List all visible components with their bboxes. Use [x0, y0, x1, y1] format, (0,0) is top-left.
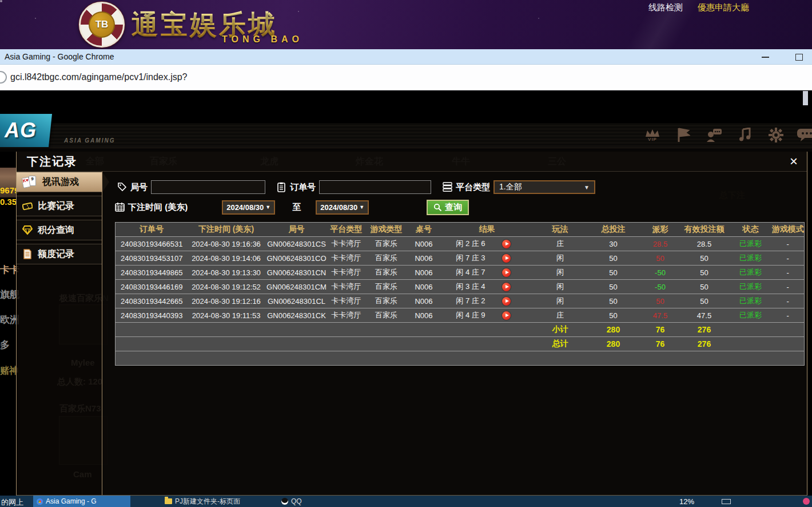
tag-icon	[117, 182, 128, 192]
play-video-button[interactable]	[502, 254, 511, 263]
taskbar-folder-item[interactable]: PJ新建文件夹-标页面	[165, 496, 240, 507]
url-text[interactable]: gci.l842tbgc.com/agingame/pcv1/index.jsp…	[10, 72, 188, 82]
cell: 50	[679, 251, 730, 266]
search-button[interactable]: 查询	[427, 200, 469, 215]
cell	[772, 351, 805, 366]
ag-caption: ASIA GAMING	[64, 137, 115, 144]
cell: -50	[642, 280, 679, 294]
cell	[730, 351, 772, 366]
play-video-button[interactable]	[502, 283, 511, 291]
result-cell: 闲 7 庄 3	[439, 251, 535, 266]
laptop-icon[interactable]	[722, 499, 731, 504]
play-video-button[interactable]	[502, 240, 511, 248]
platform-type-select[interactable]: 1.全部 ▼	[493, 180, 595, 194]
result-cell: 闲 2 庄 6	[439, 237, 535, 251]
cell: N006	[409, 251, 439, 266]
cell	[439, 323, 535, 337]
cell: 2024-08-30 19:12:52	[188, 280, 265, 294]
window-title: Asia Gaming - Google Chrome	[5, 52, 114, 61]
taskbar-qq-item[interactable]: QQ	[281, 496, 302, 507]
modal-sidebar: 9K♥ 视讯游戏 比赛记录 积分查询	[17, 172, 102, 495]
battery-percent: 12%	[679, 497, 694, 506]
round-no-input[interactable]	[151, 180, 265, 194]
cell	[265, 351, 329, 366]
column-header: 玩法	[535, 223, 586, 237]
playing-cards-icon: 9K♥	[22, 175, 37, 189]
maximize-button[interactable]	[795, 54, 803, 61]
cell: GN006248301CS	[265, 237, 329, 251]
settings-gear-icon[interactable]	[767, 126, 785, 144]
flag-icon[interactable]	[675, 126, 692, 144]
cell: GN006248301CO	[265, 251, 329, 266]
sidebar-item-label: 积分查询	[38, 224, 74, 236]
cell: 已派彩	[730, 251, 772, 266]
chrome-urlbar[interactable]: gci.l842tbgc.com/agingame/pcv1/index.jsp…	[0, 65, 812, 90]
to-label: 至	[292, 202, 301, 213]
cell	[642, 351, 679, 366]
minimize-button[interactable]	[762, 57, 769, 58]
cell	[188, 323, 265, 337]
result-text: 闲 3 庄 4	[439, 282, 503, 292]
cell	[439, 351, 535, 366]
cell	[535, 351, 586, 366]
cell: -	[772, 308, 805, 323]
play-video-button[interactable]	[502, 311, 511, 320]
cell: 50	[679, 266, 730, 280]
cell: 闲	[535, 294, 586, 308]
cell: 2024-08-30 19:16:36	[188, 237, 265, 251]
date-to-value: 2024/08/30	[320, 203, 357, 212]
chat-icon[interactable]	[798, 126, 812, 144]
result-cell: 闲 7 庄 2	[439, 294, 535, 308]
cell: 280	[586, 337, 642, 351]
cell: 240830193466531	[116, 237, 188, 251]
cell: 50	[586, 266, 642, 280]
play-video-button[interactable]	[502, 297, 511, 306]
tray-pink-icon[interactable]	[803, 498, 810, 505]
topbar-icons: VIP	[644, 126, 812, 144]
promo-hall-link[interactable]: 優惠申請大廳	[698, 2, 749, 13]
cell: 276	[679, 337, 730, 351]
customer-service-icon[interactable]	[706, 126, 723, 144]
cell	[439, 337, 535, 351]
cell: 卡卡湾厅	[329, 237, 364, 251]
sidebar-item-quota-records[interactable]: 额度记录	[17, 244, 102, 264]
modal-content: 局号 订单号 平台类型 1.全部 ▼	[102, 172, 807, 495]
cell: GN006248301CN	[265, 266, 329, 280]
date-from-picker[interactable]: 2024/08/30 ▼	[222, 200, 275, 215]
date-to-picker[interactable]: 2024/08/30 ▼	[316, 200, 369, 215]
calendar-icon	[115, 202, 125, 212]
vip-icon[interactable]: VIP	[644, 126, 661, 144]
line-check-link[interactable]: 线路检测	[648, 2, 683, 13]
music-icon[interactable]	[737, 126, 754, 144]
sidebar-item-video-games[interactable]: 9K♥ 视讯游戏	[17, 172, 102, 192]
bet-table-body: 2408301934665312024-08-30 19:16:36GN0062…	[116, 237, 805, 366]
sidebar-item-match-records[interactable]: 比赛记录	[17, 196, 102, 216]
clipboard-icon	[277, 182, 287, 192]
cell	[409, 351, 439, 366]
result-text: 闲 4 庄 9	[439, 310, 503, 320]
play-video-button[interactable]	[502, 268, 511, 277]
bet-time-label: 下注时间 (美东)	[128, 202, 188, 213]
chrome-titlebar: Asia Gaming - Google Chrome	[0, 49, 812, 65]
table-row: 2408301934461692024-08-30 19:12:52GN0062…	[116, 280, 805, 294]
page-black-strip	[0, 90, 812, 123]
sidebar-item-label: 额度记录	[38, 248, 74, 260]
column-header: 结果	[439, 223, 535, 237]
cell: GN006248301CM	[265, 280, 329, 294]
windows-taskbar: 的网上 Asia Gaming - G PJ新建文件夹-标页面 QQ 12%	[0, 496, 812, 507]
grand-total-row: 总计28076276	[116, 337, 805, 351]
order-no-input[interactable]	[319, 180, 431, 194]
document-icon	[22, 249, 33, 259]
ag-logo: AG	[0, 114, 52, 147]
taskbar-active-chrome[interactable]: Asia Gaming - G	[33, 496, 130, 507]
search-icon	[433, 203, 442, 212]
cell: 50	[679, 294, 730, 308]
scrollbar-fragment[interactable]	[803, 91, 808, 105]
close-icon[interactable]: ×	[790, 156, 798, 167]
cell: 卡卡湾厅	[329, 294, 364, 308]
cell: 卡卡湾厅	[329, 280, 364, 294]
cell: GN006248301CL	[265, 294, 329, 308]
sidebar-item-points-query[interactable]: 积分查询	[17, 220, 102, 240]
site-banner: TB 通宝娱乐城 TONG BAO 线路检测 優惠申請大廳	[0, 0, 812, 49]
cell	[329, 337, 364, 351]
